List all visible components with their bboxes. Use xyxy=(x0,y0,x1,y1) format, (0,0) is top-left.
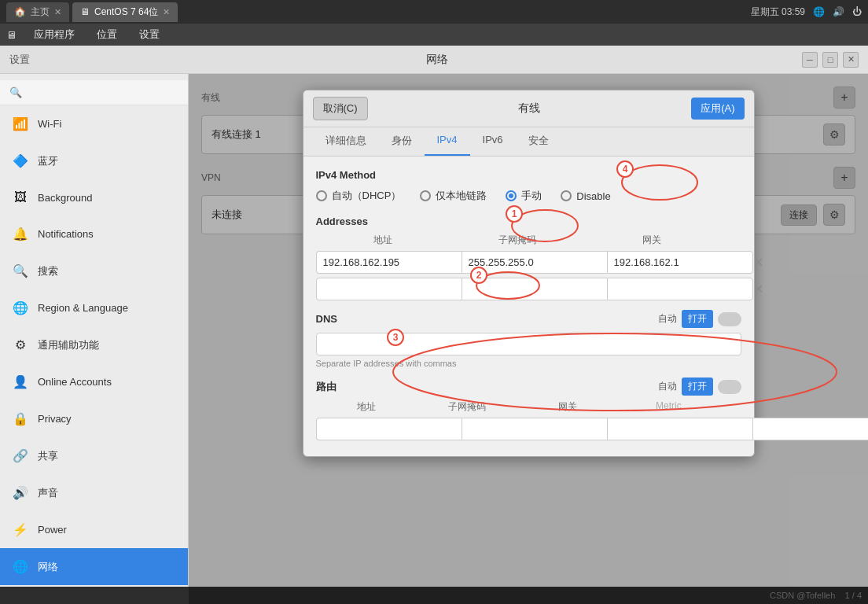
tab-centos-label: CentOS 7 64位 xyxy=(94,6,158,19)
addr-row1-subnet[interactable] xyxy=(462,251,607,274)
addresses-label: Addresses xyxy=(316,215,741,227)
sidebar-online-accounts-label: Online Accounts xyxy=(38,376,112,388)
routes-toggle-button[interactable]: 打开 xyxy=(682,378,713,396)
bluetooth-icon: 🔷 xyxy=(13,153,28,168)
routes-col-gateway: 网关 xyxy=(517,400,618,414)
dns-label: DNS xyxy=(316,313,337,325)
sound-icon: 🔊 xyxy=(13,485,28,500)
tab-home-close[interactable]: ✕ xyxy=(54,7,61,17)
tab-home[interactable]: 🏠 主页 ✕ xyxy=(6,2,69,22)
content-area: 🔍 📶 Wi-Fi 🔷 蓝牙 🖼 Background 🔔 Notificati… xyxy=(0,74,868,604)
sidebar-item-network[interactable]: 🌐 网络 xyxy=(0,548,188,585)
addr-row2-subnet[interactable] xyxy=(462,278,607,300)
tab-ipv4[interactable]: IPv4 xyxy=(425,127,470,156)
sidebar-item-bluetooth[interactable]: 🔷 蓝牙 xyxy=(0,142,188,179)
menu-apps[interactable]: 应用程序 xyxy=(29,26,79,43)
radio-disable[interactable]: Disable xyxy=(561,189,610,203)
sidebar-power-label: Power xyxy=(38,524,67,536)
sidebar-item-notifications[interactable]: 🔔 Notifications xyxy=(0,215,188,252)
routes-col-address: 地址 xyxy=(316,400,417,414)
ipv4-method-options: 自动（DHCP） 仅本地链路 手动 xyxy=(316,189,741,203)
sidebar-item-region[interactable]: 🌐 Region & Language xyxy=(0,289,188,326)
sidebar-item-sound[interactable]: 🔊 声音 xyxy=(0,474,188,511)
sidebar-item-power[interactable]: ⚡ Power xyxy=(0,511,188,548)
tab-ipv6[interactable]: IPv6 xyxy=(470,127,516,156)
routes-row-1: ✕ xyxy=(316,417,741,440)
home-icon: 🏠 xyxy=(14,6,26,17)
addr-row1-gateway[interactable] xyxy=(607,251,753,274)
dns-input[interactable] xyxy=(316,333,741,355)
radio-manual-label: 手动 xyxy=(521,189,542,203)
addr-row2-delete[interactable]: ✕ xyxy=(753,277,763,300)
window-maximize[interactable]: □ xyxy=(822,52,838,68)
routes-row1-subnet[interactable] xyxy=(462,418,607,440)
sidebar-network-label: 网络 xyxy=(38,560,58,574)
sidebar-search-bar: 🔍 xyxy=(0,80,188,105)
routes-row1-gateway[interactable] xyxy=(607,418,752,440)
sidebar-item-sharing[interactable]: 🔗 共享 xyxy=(0,437,188,474)
radio-link-local-circle xyxy=(420,190,431,201)
sharing-icon: 🔗 xyxy=(13,448,28,463)
sidebar-item-wifi[interactable]: 📶 Wi-Fi xyxy=(0,105,188,142)
dns-auto-toggle: 自动 打开 xyxy=(658,310,741,328)
tab-centos[interactable]: 🖥 CentOS 7 64位 ✕ xyxy=(72,2,178,22)
radio-auto[interactable]: 自动（DHCP） xyxy=(316,189,402,203)
sidebar-item-background[interactable]: 🖼 Background xyxy=(0,179,188,215)
sidebar-wifi-label: Wi-Fi xyxy=(38,118,61,130)
addr-row2-address[interactable] xyxy=(316,278,462,300)
tab-details[interactable]: 详细信息 xyxy=(313,127,379,156)
radio-manual-circle xyxy=(506,190,517,201)
main-window-title: 网络 xyxy=(72,53,802,67)
taskbar-tabs: 🏠 主页 ✕ 🖥 CentOS 7 64位 ✕ xyxy=(6,2,751,22)
addr-row1-delete[interactable]: ✕ xyxy=(753,250,763,274)
sidebar-sharing-label: 共享 xyxy=(38,449,58,463)
privacy-icon: 🔒 xyxy=(13,411,28,426)
dialog-overlay: 取消(C) 有线 应用(A) 详细信息 身份 IPv4 IPv6 安全 xyxy=(189,74,868,604)
menu-location[interactable]: 位置 xyxy=(92,26,122,43)
radio-manual[interactable]: 手动 xyxy=(506,189,542,203)
sidebar-item-privacy[interactable]: 🔒 Privacy xyxy=(0,400,188,437)
sidebar-accessibility-label: 通用辅助功能 xyxy=(38,338,99,352)
routes-row1-address[interactable] xyxy=(316,418,462,440)
routes-auto-toggle: 自动 打开 xyxy=(658,378,741,396)
power-sidebar-icon: ⚡ xyxy=(13,522,28,537)
tab-identity[interactable]: 身份 xyxy=(379,127,425,156)
window-minimize[interactable]: ─ xyxy=(802,52,818,68)
sidebar-item-accessibility[interactable]: ⚙ 通用辅助功能 xyxy=(0,326,188,363)
addr-row-2: ✕ xyxy=(316,277,741,300)
sidebar: 🔍 📶 Wi-Fi 🔷 蓝牙 🖼 Background 🔔 Notificati… xyxy=(0,74,189,604)
window-app-title: 设置 xyxy=(9,53,72,67)
menu-settings[interactable]: 设置 xyxy=(134,26,164,43)
online-accounts-icon: 👤 xyxy=(13,374,28,389)
dialog-title: 有线 xyxy=(368,101,692,116)
region-icon: 🌐 xyxy=(13,300,28,315)
tab-centos-close[interactable]: ✕ xyxy=(163,7,170,17)
dialog-cancel-button[interactable]: 取消(C) xyxy=(313,97,368,120)
radio-link-local[interactable]: 仅本地链路 xyxy=(420,189,487,203)
addr-row1-address[interactable] xyxy=(316,251,462,274)
sidebar-notifications-label: Notifications xyxy=(38,228,94,240)
sidebar-item-online-accounts[interactable]: 👤 Online Accounts xyxy=(0,363,188,400)
addr-row-1: ✕ xyxy=(316,250,741,274)
routes-header: 路由 自动 打开 xyxy=(316,378,741,396)
dns-toggle-off xyxy=(718,312,741,326)
window-controls: ─ □ ✕ xyxy=(802,52,859,68)
app-icon: 🖥 xyxy=(6,29,17,41)
dialog-apply-button[interactable]: 应用(A) xyxy=(691,98,744,120)
addr-row2-gateway[interactable] xyxy=(607,278,753,300)
background-icon: 🖼 xyxy=(13,190,28,204)
network-sidebar-icon: 🌐 xyxy=(13,559,28,574)
search-icon: 🔍 xyxy=(9,87,22,98)
dialog-tabs: 详细信息 身份 IPv4 IPv6 安全 xyxy=(303,127,754,157)
routes-row1-metric[interactable] xyxy=(752,418,869,440)
window-titlebar: 设置 网络 ─ □ ✕ xyxy=(0,46,868,74)
dns-toggle-button[interactable]: 打开 xyxy=(682,310,713,328)
menubar: 🖥 应用程序 位置 设置 xyxy=(0,24,868,46)
routes-col-headers: 地址 子网掩码 网关 Metric xyxy=(316,400,741,414)
ipv4-method-label: IPv4 Method xyxy=(316,169,741,181)
wifi-icon: 📶 xyxy=(13,116,28,131)
addr-col-headers: 地址 子网掩码 网关 xyxy=(316,234,741,247)
tab-security[interactable]: 安全 xyxy=(516,127,561,156)
window-close[interactable]: ✕ xyxy=(843,52,859,68)
sidebar-item-search[interactable]: 🔍 搜索 xyxy=(0,252,188,289)
